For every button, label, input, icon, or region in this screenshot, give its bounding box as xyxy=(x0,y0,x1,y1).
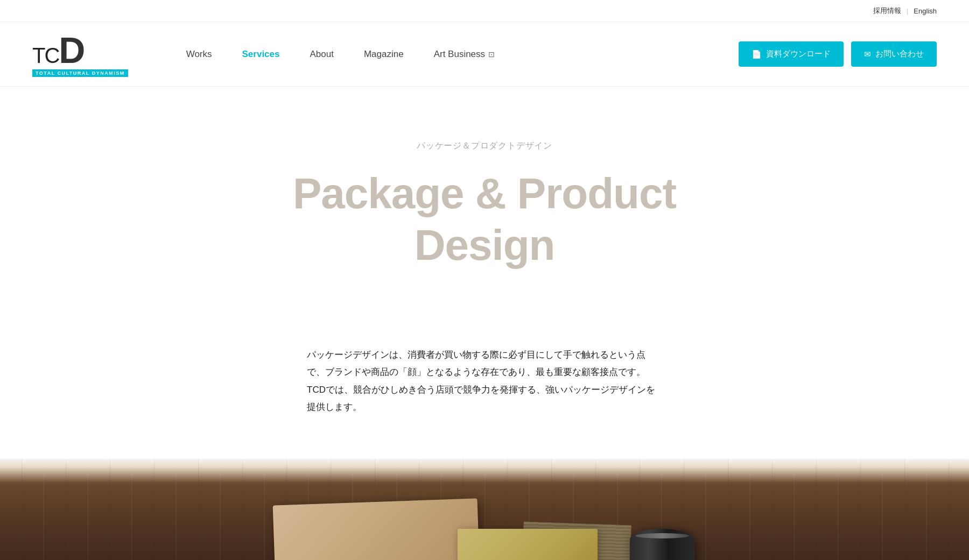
hero-title: Package & Product Design xyxy=(11,168,958,271)
hero-title-line2: Design xyxy=(415,221,555,269)
english-link[interactable]: English xyxy=(914,7,937,15)
external-link-icon: ⊡ xyxy=(488,50,495,59)
can-item xyxy=(630,529,694,560)
bottom-section xyxy=(0,459,969,560)
nav-item-services[interactable]: Services xyxy=(227,49,295,60)
contact-button[interactable]: ✉ お問い合わせ xyxy=(851,41,937,67)
mail-icon: ✉ xyxy=(864,49,871,59)
envelope-item xyxy=(273,499,482,560)
description-text: パッケージデザインは、消費者が買い物する際に必ず目にして手で触れるという点で、ブ… xyxy=(307,346,662,416)
logo-subtitle: TOTAL CULTURAL DYNAMISM xyxy=(32,69,128,77)
nav-item-art-business[interactable]: Art Business ⊡ xyxy=(419,49,510,60)
nav-item-about[interactable]: About xyxy=(294,49,348,60)
download-button[interactable]: 📄 資料ダウンロード xyxy=(739,41,844,67)
main-nav: Works Services About Magazine Art Busine… xyxy=(171,49,739,60)
hero-section: パッケージ＆プロダクトデザイン Package & Product Design xyxy=(0,87,969,314)
hero-subtitle: パッケージ＆プロダクトデザイン xyxy=(11,140,958,152)
nav-item-works[interactable]: Works xyxy=(171,49,227,60)
nav-item-magazine[interactable]: Magazine xyxy=(349,49,419,60)
document-icon: 📄 xyxy=(752,49,762,59)
top-bar-divider: | xyxy=(907,7,908,15)
recruit-link[interactable]: 採用情報 xyxy=(873,6,901,16)
top-bar: 採用情報 | English xyxy=(0,0,969,22)
description-section: パッケージデザインは、消費者が買い物する際に必ず目にして手で触れるという点で、ブ… xyxy=(296,346,673,416)
logo-text: TCD xyxy=(32,32,84,68)
header: TCD TOTAL CULTURAL DYNAMISM Works Servic… xyxy=(0,22,969,87)
wood-table-items xyxy=(0,459,969,560)
hero-title-line1: Package & Product xyxy=(293,169,676,217)
header-buttons: 📄 資料ダウンロード ✉ お問い合わせ xyxy=(739,41,937,67)
logo[interactable]: TCD TOTAL CULTURAL DYNAMISM xyxy=(32,32,128,77)
fabric-item xyxy=(458,529,598,560)
